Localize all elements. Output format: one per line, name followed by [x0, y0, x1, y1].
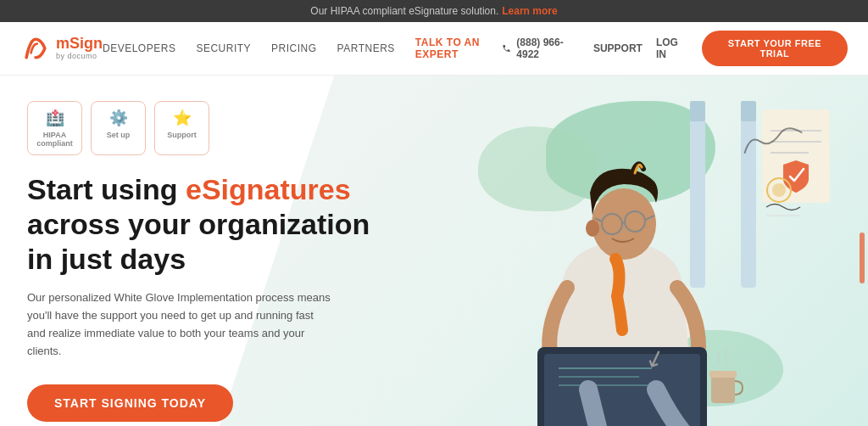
- logo-msign: mSign: [56, 36, 103, 53]
- phone-icon: [502, 43, 511, 53]
- badge-hipaa: 🏥 HIPAAcompliant: [27, 101, 82, 155]
- nav-actions: (888) 966-4922 SUPPORT LOG IN START YOUR…: [502, 31, 848, 66]
- main-nav: mSign by documo DEVELOPERS SECURITY PRIC…: [0, 22, 868, 76]
- support-icon: ⭐: [173, 109, 192, 127]
- logo-text: mSign by documo: [56, 36, 103, 61]
- svg-line-16: [622, 222, 626, 223]
- badge-setup: ⚙️ Set up: [91, 101, 146, 155]
- banner-text: Our HIPAA compliant eSignature solution.: [310, 5, 498, 17]
- badge-support: ⭐ Support: [154, 101, 209, 155]
- nav-security[interactable]: SECURITY: [196, 42, 251, 54]
- cta-button[interactable]: START SIGNING TODAY: [27, 384, 233, 422]
- logo-sub: by documo: [56, 53, 103, 61]
- banner-link[interactable]: Learn more: [502, 5, 557, 17]
- heading-part2: across your organizationin just days: [27, 208, 370, 275]
- hipaa-icon: 🏥: [46, 109, 64, 127]
- nav-support[interactable]: SUPPORT: [593, 42, 643, 54]
- nav-links: DEVELOPERS SECURITY PRICING PARTNERS TAL…: [103, 36, 502, 60]
- support-label: Support: [167, 131, 197, 139]
- phone-area: (888) 966-4922: [502, 36, 580, 60]
- hero-content: 🏥 HIPAAcompliant ⚙️ Set up ⭐ Support Sta…: [27, 101, 400, 422]
- nav-expert[interactable]: TALK TO AN EXPERT: [415, 36, 503, 60]
- svg-point-13: [586, 220, 599, 237]
- nav-developers[interactable]: DEVELOPERS: [103, 42, 175, 54]
- hipaa-label: HIPAAcompliant: [36, 131, 73, 148]
- heading-part1: Start using: [27, 173, 186, 205]
- heading-highlight: eSignatures: [186, 173, 351, 205]
- logo-icon: [20, 33, 51, 64]
- phone-number: (888) 966-4922: [516, 36, 580, 60]
- trial-button[interactable]: START YOUR FREE TRIAL: [702, 31, 848, 66]
- top-banner: Our HIPAA compliant eSignature solution.…: [0, 0, 868, 22]
- setup-label: Set up: [107, 131, 131, 139]
- nav-pricing[interactable]: PRICING: [271, 42, 317, 54]
- hero-description: Our personalized White Glove Implementat…: [27, 289, 332, 360]
- setup-icon: ⚙️: [109, 109, 128, 127]
- hero-heading: Start using eSignatures across your orga…: [27, 172, 400, 276]
- svg-rect-27: [709, 371, 737, 378]
- nav-partners[interactable]: PARTNERS: [337, 42, 395, 54]
- hero-section: ↙: [0, 76, 868, 426]
- badges-row: 🏥 HIPAAcompliant ⚙️ Set up ⭐ Support: [27, 101, 400, 155]
- scroll-indicator[interactable]: [860, 233, 865, 283]
- logo: mSign by documo: [20, 33, 103, 64]
- nav-login[interactable]: LOG IN: [656, 36, 688, 60]
